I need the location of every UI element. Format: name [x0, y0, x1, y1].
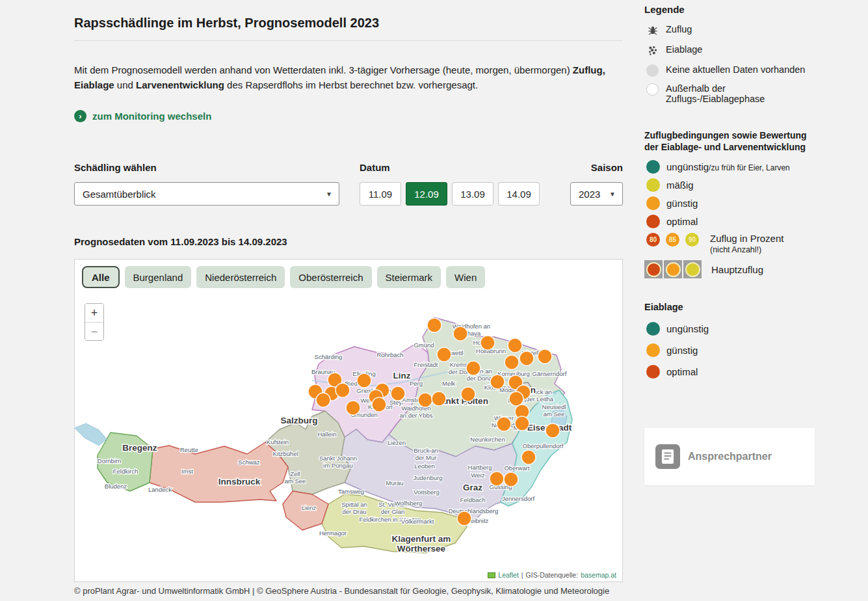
zuflug-marker[interactable] — [538, 349, 552, 364]
date-button-1[interactable]: 11.09 — [360, 182, 401, 206]
lake-bodensee — [75, 423, 107, 446]
eiablage-unguenstig-chip — [646, 322, 660, 336]
legend-item-eiablage: Eiablage — [646, 44, 702, 57]
map-city-label: Neunkirchen — [470, 436, 505, 443]
zuflug-marker[interactable] — [457, 511, 471, 526]
leaflet-link[interactable]: Leaflet — [498, 571, 519, 579]
zuflug-marker[interactable] — [357, 373, 371, 388]
zuflug-marker[interactable] — [490, 375, 505, 389]
date-filter-label: Datum — [360, 162, 390, 173]
map-city-label: Zell — [290, 470, 300, 477]
map-city-label-large: Linz — [393, 371, 411, 381]
zuflug-marker[interactable] — [509, 392, 523, 406]
map-city-label: am See — [285, 477, 306, 485]
hauptzuflug-dot — [646, 262, 661, 277]
zuflug-marker[interactable] — [546, 423, 560, 438]
state-tirol[interactable] — [150, 442, 288, 502]
percent-legend-row: 80 85 90 Zuflug in Prozent (nicht Anzahl… — [646, 233, 783, 254]
map-city-label-large: Wörthersee — [397, 544, 446, 554]
map-city-label: Weiz — [471, 472, 485, 479]
date-button-4[interactable]: 14.09 — [498, 182, 540, 206]
leaflet-map[interactable]: DornbirnFeldkirchBludenzReutteImstLandec… — [75, 296, 622, 581]
zuflug-beetle-icon — [646, 24, 659, 36]
hauptzuflug-legend-row: Hauptzuflug — [644, 260, 763, 278]
legend-item-zuflug: Zuflug — [646, 24, 692, 36]
map-city-label: der Glan — [381, 508, 404, 515]
zuflug-marker[interactable] — [316, 393, 330, 407]
zuflug-marker[interactable] — [427, 318, 441, 332]
zuflug-marker[interactable] — [432, 392, 446, 406]
date-button-2[interactable]: 12.09 — [406, 182, 447, 206]
zuflug-marker[interactable] — [461, 387, 475, 401]
condition-label: günstig — [666, 198, 698, 209]
zuflug-marker[interactable] — [504, 472, 518, 487]
zuflug-marker[interactable] — [508, 338, 522, 353]
region-tab-alle[interactable]: Alle — [82, 266, 120, 288]
date-button-3[interactable]: 13.09 — [452, 182, 493, 206]
eiablage-item-guenstig: günstig — [646, 343, 698, 357]
zuflug-marker[interactable] — [480, 336, 495, 350]
region-tab-niederoesterreich[interactable]: Niederösterreich — [196, 266, 285, 288]
zuflug-marker[interactable] — [519, 351, 534, 366]
percent-80-icon: 80 — [646, 233, 660, 247]
map-city-label: Oberwart — [504, 464, 529, 472]
map-city-label-large: Bregenz — [122, 443, 157, 453]
contact-label: Ansprechpartner — [688, 451, 772, 462]
zuflug-marker[interactable] — [490, 472, 504, 486]
austria-map-svg[interactable]: DornbirnFeldkirchBludenzReutteImstLandec… — [75, 296, 622, 581]
season-select[interactable]: 2023 ▼ — [570, 182, 623, 206]
monitoring-link[interactable]: › zum Monitoring wechseln — [74, 110, 211, 122]
region-tab-burgenland[interactable]: Burgenland — [125, 266, 192, 288]
map-city-label-large: Klagenfurt am — [392, 534, 451, 544]
map-zoom-control: + − — [85, 303, 104, 341]
zuflug-marker[interactable] — [515, 416, 529, 431]
out-of-phase-circle-icon — [646, 83, 659, 96]
legend-sidebar: Legende Zuflug Eiablage Keine aktuellen … — [644, 0, 815, 601]
zuflug-marker[interactable] — [453, 327, 467, 341]
zoom-out-button[interactable]: − — [85, 322, 103, 340]
unguenstig-color-chip — [646, 160, 660, 174]
map-city-label: Völkermarkt — [401, 518, 434, 525]
map-city-label: Rohrbach — [376, 351, 403, 358]
map-city-label: an der Ybbs — [399, 412, 432, 419]
map-attribution: Leaflet | GIS-Datenquelle: basemap.at — [484, 570, 620, 580]
zuflug-marker[interactable] — [466, 361, 480, 375]
map-city-label: der Leitha — [526, 395, 554, 403]
contact-card[interactable]: Ansprechpartner — [644, 428, 815, 485]
map-city-label: Sankt Johann — [319, 455, 357, 462]
eiablage-optimal-chip — [646, 365, 660, 379]
zuflug-marker[interactable] — [437, 347, 451, 362]
zuflug-marker[interactable] — [418, 393, 432, 407]
zuflug-marker[interactable] — [335, 383, 350, 397]
map-city-label: Schwaz — [238, 459, 260, 466]
zuflug-marker[interactable] — [521, 450, 536, 464]
region-tab-steiermark[interactable]: Steiermark — [377, 266, 441, 288]
zuflug-marker[interactable] — [346, 401, 360, 415]
eiablage-label: ungünstig — [666, 323, 709, 334]
zuflug-marker[interactable] — [391, 386, 405, 401]
zuflug-marker[interactable] — [372, 397, 386, 412]
map-city-label: Bludenz — [105, 483, 127, 490]
pest-select[interactable]: Gesamtüberblick ▼ — [74, 182, 339, 206]
region-tab-wien[interactable]: Wien — [446, 266, 485, 288]
legend-no-data-label: Keine aktuellen Daten vorhanden — [666, 64, 805, 75]
map-city-label: Freistadt — [414, 361, 438, 368]
zoom-in-button[interactable]: + — [85, 304, 103, 322]
zuflug-marker[interactable] — [497, 417, 511, 431]
condition-label: ungünstig/zu früh für Eier, Larven — [666, 161, 790, 172]
map-city-label: Feldbach — [460, 496, 485, 503]
date-buttons: 11.09 12.09 13.09 14.09 — [360, 182, 540, 206]
description-text-2: und — [114, 79, 136, 90]
zuflug-marker[interactable] — [505, 355, 519, 369]
map-city-label: Kufstein — [267, 438, 289, 446]
percent-legend-text: Zuflug in Prozent (nicht Anzahl!) — [710, 233, 783, 254]
legend-heading: Legende — [644, 4, 685, 15]
eiablage-item-optimal: optimal — [646, 365, 698, 379]
prognosis-heading: Prognosedaten vom 11.09.2023 bis 14.09.2… — [74, 236, 287, 247]
map-city-label: Neusiedl — [542, 403, 566, 410]
region-tab-oberoesterreich[interactable]: Oberösterreich — [290, 266, 371, 288]
basemap-link[interactable]: basemap.at — [581, 571, 616, 579]
condition-label: mäßig — [666, 180, 694, 191]
chevron-right-circle-icon: › — [74, 110, 86, 122]
map-city-label: Gänserndorf — [533, 370, 567, 377]
